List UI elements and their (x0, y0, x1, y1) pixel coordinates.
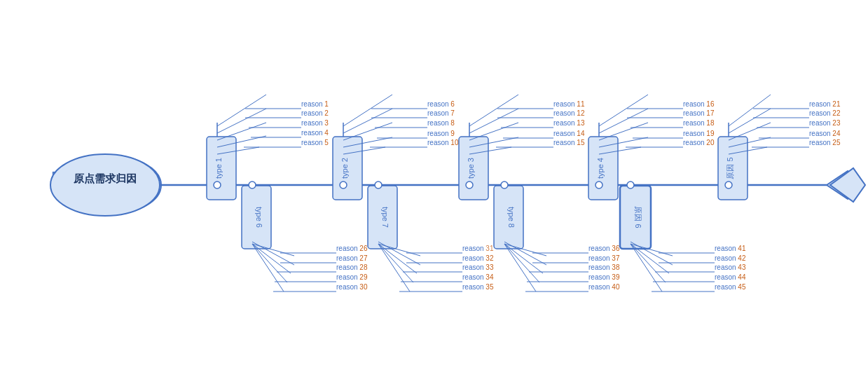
svg-text:reason 29: reason 29 (336, 273, 368, 281)
svg-line-139 (504, 244, 536, 292)
svg-marker-161 (830, 168, 865, 202)
type5-label: 原因 5 (726, 157, 734, 179)
svg-point-144 (627, 181, 634, 189)
svg-point-108 (375, 181, 382, 189)
svg-text:reason 14: reason 14 (553, 130, 585, 137)
svg-text:reason 7: reason 7 (427, 109, 455, 117)
svg-text:reason 9: reason 9 (427, 130, 455, 137)
type8-label: type 8 (507, 207, 516, 228)
main-title-line1: 原点需求归因 (73, 172, 137, 184)
svg-text:reason 35: reason 35 (462, 283, 494, 291)
svg-line-40 (469, 109, 518, 133)
svg-text:reason 17: reason 17 (683, 109, 715, 117)
svg-text:reason 25: reason 25 (809, 139, 841, 146)
svg-point-5 (214, 181, 221, 189)
svg-line-121 (378, 244, 410, 292)
svg-point-90 (249, 181, 256, 189)
svg-line-43 (469, 123, 518, 140)
svg-line-37 (469, 95, 518, 126)
svg-text:reason 40: reason 40 (588, 283, 620, 291)
svg-line-22 (343, 109, 392, 133)
svg-text:reason 10: reason 10 (427, 139, 459, 146)
svg-point-160 (50, 154, 160, 216)
svg-line-73 (729, 95, 771, 126)
type1-label: type 1 (214, 158, 223, 179)
svg-text:reason 44: reason 44 (715, 273, 746, 281)
svg-text:reason 33: reason 33 (462, 263, 494, 271)
svg-point-54 (595, 181, 602, 189)
svg-text:reason 8: reason 8 (427, 119, 455, 127)
type2-label: type 2 (340, 158, 349, 179)
type6-label: type 6 (255, 207, 263, 228)
r3: reason 3 (301, 119, 329, 127)
svg-text:reason 22: reason 22 (809, 109, 841, 117)
svg-line-25 (343, 123, 392, 140)
svg-text:reason 11: reason 11 (553, 100, 585, 108)
r4: reason 4 (301, 129, 329, 137)
svg-line-19 (343, 95, 392, 126)
svg-line-97 (252, 244, 291, 273)
svg-text:reason 43: reason 43 (715, 263, 746, 271)
svg-line-55 (599, 95, 648, 126)
svg-point-72 (725, 181, 732, 189)
svg-text:reason 26: reason 26 (336, 245, 368, 252)
r5: reason 5 (301, 139, 329, 146)
type4-label: type 4 (596, 158, 605, 179)
svg-text:reason 42: reason 42 (715, 254, 746, 262)
svg-line-6 (217, 95, 266, 126)
svg-text:reason 21: reason 21 (809, 100, 841, 108)
svg-text:reason 36: reason 36 (588, 245, 620, 252)
svg-text:reason 24: reason 24 (809, 130, 841, 137)
svg-text:reason 23: reason 23 (809, 119, 841, 127)
svg-line-157 (631, 244, 662, 292)
svg-text:reason 6: reason 6 (427, 100, 455, 108)
svg-text:reason 30: reason 30 (336, 283, 368, 291)
svg-text:reason 12: reason 12 (553, 109, 585, 117)
svg-point-126 (501, 181, 508, 189)
r2: reason 2 (301, 109, 329, 117)
svg-line-115 (378, 244, 417, 273)
svg-text:reason 45: reason 45 (715, 283, 746, 291)
svg-text:reason 38: reason 38 (588, 263, 620, 271)
type9-label: 原因 6 (634, 206, 642, 228)
type3-label: type 3 (467, 158, 475, 179)
svg-text:reason 34: reason 34 (462, 273, 494, 281)
svg-text:reason 28: reason 28 (336, 263, 368, 271)
svg-line-133 (504, 244, 543, 273)
svg-line-58 (599, 109, 648, 133)
svg-line-103 (252, 244, 284, 292)
svg-text:reason 19: reason 19 (683, 130, 715, 137)
r1: reason 1 (301, 100, 329, 108)
svg-point-36 (466, 181, 473, 189)
type7-label: type 7 (381, 207, 390, 228)
svg-text:reason 32: reason 32 (462, 254, 494, 262)
svg-text:reason 27: reason 27 (336, 254, 368, 262)
svg-text:reason 41: reason 41 (715, 245, 746, 252)
svg-line-79 (729, 123, 771, 140)
svg-text:reason 15: reason 15 (553, 139, 585, 146)
svg-line-76 (729, 109, 771, 133)
svg-text:reason 31: reason 31 (462, 245, 494, 252)
svg-text:reason 13: reason 13 (553, 119, 585, 127)
svg-point-18 (340, 181, 347, 189)
svg-line-8 (217, 109, 266, 133)
svg-line-61 (599, 123, 648, 140)
svg-text:reason 39: reason 39 (588, 273, 620, 281)
svg-text:reason 37: reason 37 (588, 254, 620, 262)
svg-text:reason 20: reason 20 (683, 139, 715, 146)
svg-text:reason 18: reason 18 (683, 119, 715, 127)
svg-text:reason 16: reason 16 (683, 100, 715, 108)
